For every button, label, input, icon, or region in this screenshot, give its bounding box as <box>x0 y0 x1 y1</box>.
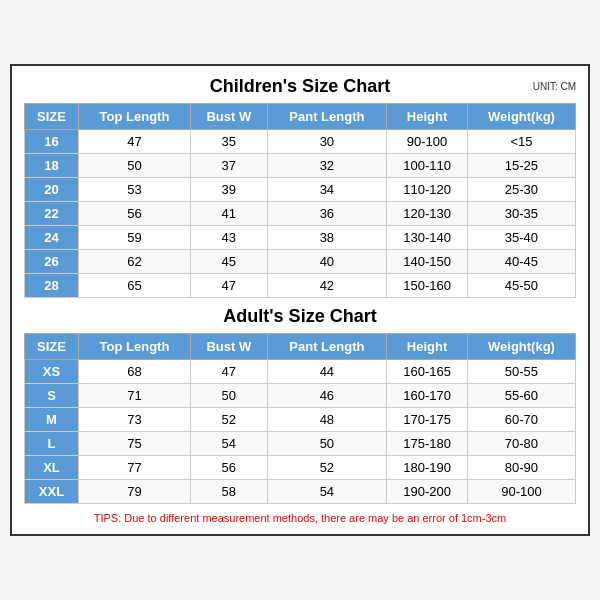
data-cell: 90-100 <box>387 130 468 154</box>
table-row: XS684744160-16550-55 <box>25 360 576 384</box>
children-header-bust-w: Bust W <box>191 104 268 130</box>
data-cell: 62 <box>78 250 190 274</box>
table-row: XL775652180-19080-90 <box>25 456 576 480</box>
data-cell: 79 <box>78 480 190 504</box>
data-cell: <15 <box>467 130 575 154</box>
adults-title: Adult's Size Chart <box>223 306 376 327</box>
children-header-size: SIZE <box>25 104 79 130</box>
data-cell: 41 <box>191 202 268 226</box>
data-cell: 42 <box>267 274 387 298</box>
data-cell: 45 <box>191 250 268 274</box>
data-cell: 52 <box>267 456 387 480</box>
data-cell: 160-170 <box>387 384 468 408</box>
adults-header-row: SIZE Top Length Bust W Pant Length Heigh… <box>25 334 576 360</box>
adults-header-height: Height <box>387 334 468 360</box>
size-cell: XXL <box>25 480 79 504</box>
table-row: XXL795854190-20090-100 <box>25 480 576 504</box>
data-cell: 175-180 <box>387 432 468 456</box>
data-cell: 71 <box>78 384 190 408</box>
data-cell: 68 <box>78 360 190 384</box>
data-cell: 59 <box>78 226 190 250</box>
data-cell: 30-35 <box>467 202 575 226</box>
data-cell: 56 <box>78 202 190 226</box>
data-cell: 58 <box>191 480 268 504</box>
table-row: 22564136120-13030-35 <box>25 202 576 226</box>
children-title-row: Children's Size Chart UNIT: CM <box>24 76 576 97</box>
data-cell: 40-45 <box>467 250 575 274</box>
data-cell: 39 <box>191 178 268 202</box>
data-cell: 73 <box>78 408 190 432</box>
data-cell: 47 <box>78 130 190 154</box>
data-cell: 100-110 <box>387 154 468 178</box>
children-header-top-length: Top Length <box>78 104 190 130</box>
data-cell: 75 <box>78 432 190 456</box>
data-cell: 50 <box>267 432 387 456</box>
size-cell: 28 <box>25 274 79 298</box>
table-row: M735248170-17560-70 <box>25 408 576 432</box>
data-cell: 40 <box>267 250 387 274</box>
table-row: 26624540140-15040-45 <box>25 250 576 274</box>
children-header-row: SIZE Top Length Bust W Pant Length Heigh… <box>25 104 576 130</box>
size-cell: XL <box>25 456 79 480</box>
size-cell: XS <box>25 360 79 384</box>
adults-header-weight: Weight(kg) <box>467 334 575 360</box>
unit-label: UNIT: CM <box>533 81 576 92</box>
data-cell: 35 <box>191 130 268 154</box>
children-title: Children's Size Chart <box>210 76 390 97</box>
data-cell: 140-150 <box>387 250 468 274</box>
data-cell: 56 <box>191 456 268 480</box>
size-chart-wrapper: Children's Size Chart UNIT: CM SIZE Top … <box>10 64 590 536</box>
size-cell: S <box>25 384 79 408</box>
data-cell: 50 <box>191 384 268 408</box>
data-cell: 15-25 <box>467 154 575 178</box>
adults-header-pant-length: Pant Length <box>267 334 387 360</box>
children-header-pant-length: Pant Length <box>267 104 387 130</box>
data-cell: 110-120 <box>387 178 468 202</box>
table-row: 28654742150-16045-50 <box>25 274 576 298</box>
data-cell: 44 <box>267 360 387 384</box>
data-cell: 38 <box>267 226 387 250</box>
data-cell: 30 <box>267 130 387 154</box>
adults-header-size: SIZE <box>25 334 79 360</box>
size-cell: L <box>25 432 79 456</box>
data-cell: 48 <box>267 408 387 432</box>
data-cell: 80-90 <box>467 456 575 480</box>
table-row: 20533934110-12025-30 <box>25 178 576 202</box>
data-cell: 77 <box>78 456 190 480</box>
data-cell: 43 <box>191 226 268 250</box>
data-cell: 47 <box>191 274 268 298</box>
data-cell: 25-30 <box>467 178 575 202</box>
data-cell: 60-70 <box>467 408 575 432</box>
table-row: S715046160-17055-60 <box>25 384 576 408</box>
data-cell: 120-130 <box>387 202 468 226</box>
data-cell: 180-190 <box>387 456 468 480</box>
size-cell: 24 <box>25 226 79 250</box>
data-cell: 160-165 <box>387 360 468 384</box>
data-cell: 90-100 <box>467 480 575 504</box>
data-cell: 54 <box>267 480 387 504</box>
size-cell: 26 <box>25 250 79 274</box>
children-header-weight: Weight(kg) <box>467 104 575 130</box>
data-cell: 36 <box>267 202 387 226</box>
data-cell: 55-60 <box>467 384 575 408</box>
data-cell: 35-40 <box>467 226 575 250</box>
data-cell: 32 <box>267 154 387 178</box>
size-cell: 20 <box>25 178 79 202</box>
data-cell: 65 <box>78 274 190 298</box>
data-cell: 170-175 <box>387 408 468 432</box>
table-row: 1647353090-100<15 <box>25 130 576 154</box>
tips-text: TIPS: Due to different measurement metho… <box>24 512 576 524</box>
data-cell: 130-140 <box>387 226 468 250</box>
size-cell: 16 <box>25 130 79 154</box>
children-table: SIZE Top Length Bust W Pant Length Heigh… <box>24 103 576 298</box>
adults-header-top-length: Top Length <box>78 334 190 360</box>
data-cell: 53 <box>78 178 190 202</box>
data-cell: 50-55 <box>467 360 575 384</box>
data-cell: 37 <box>191 154 268 178</box>
children-header-height: Height <box>387 104 468 130</box>
data-cell: 46 <box>267 384 387 408</box>
data-cell: 150-160 <box>387 274 468 298</box>
adults-header-bust-w: Bust W <box>191 334 268 360</box>
size-cell: M <box>25 408 79 432</box>
data-cell: 54 <box>191 432 268 456</box>
